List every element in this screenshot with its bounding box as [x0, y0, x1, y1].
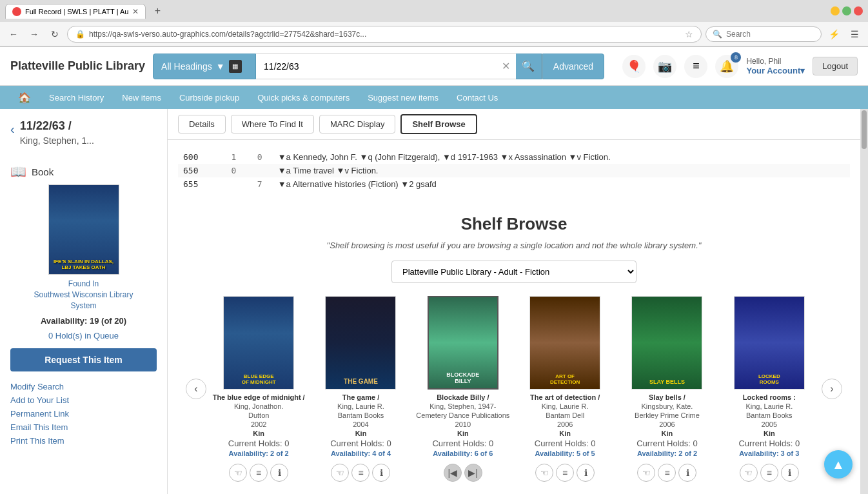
- book-list-btn-2[interactable]: ≡: [351, 464, 370, 482]
- book-touch-btn-2[interactable]: ☜: [331, 464, 349, 482]
- tab-marc[interactable]: MARC Display: [319, 115, 396, 133]
- hot-air-balloon-icon-wrap[interactable]: 🎈: [622, 55, 646, 78]
- close-button[interactable]: [854, 6, 863, 15]
- hot-air-balloon-icon: 🎈: [622, 55, 646, 78]
- search-input[interactable]: [256, 56, 497, 77]
- book-touch-btn-5[interactable]: ☜: [637, 464, 655, 482]
- book-list-btn-4[interactable]: ≡: [556, 464, 574, 482]
- account-link[interactable]: Your Account▾: [746, 66, 805, 75]
- carousel-next-button[interactable]: ›: [822, 379, 842, 399]
- back-button[interactable]: ‹: [10, 122, 15, 137]
- book-cover-3: BLOCKADEBILLY: [428, 296, 498, 390]
- marc-ind1: [221, 177, 246, 191]
- book-type-label: Book: [32, 166, 54, 177]
- menu-button[interactable]: ☰: [846, 26, 863, 43]
- address-bar[interactable]: 🔒 https://qa-swls-verso.auto-graphics.co…: [67, 26, 702, 43]
- browser-search-input[interactable]: [726, 30, 814, 39]
- curbside-nav-item[interactable]: Curbside pickup: [172, 86, 247, 109]
- browser-tab[interactable]: Full Record | SWLS | PLATT | Au ✕: [5, 4, 146, 19]
- book-holds-5: Current Holds: 0: [620, 439, 714, 448]
- marc-tag: 650: [178, 164, 221, 177]
- list-icon-wrap[interactable]: ≡: [684, 55, 707, 78]
- book-touch-btn-4[interactable]: ☜: [535, 464, 553, 482]
- shelf-browse-title: Shelf Browse: [181, 214, 847, 234]
- book-holds-6: Current Holds: 0: [722, 439, 816, 448]
- request-item-button[interactable]: Request This Item: [10, 348, 157, 371]
- window-controls: [831, 6, 863, 15]
- search-history-nav-item[interactable]: Search History: [41, 86, 112, 109]
- book-info-btn-1[interactable]: ℹ: [270, 464, 288, 482]
- book-location-1: Kin: [212, 430, 306, 437]
- new-tab-button[interactable]: +: [150, 3, 165, 19]
- add-to-list-link[interactable]: Add to Your List: [10, 395, 157, 405]
- book-actions-2: ☜ ≡ ℹ: [331, 464, 390, 482]
- search-type-dropdown[interactable]: All Headings ▼ ▦: [153, 54, 256, 79]
- book-list-btn-1[interactable]: ≡: [250, 464, 268, 482]
- new-items-nav-item[interactable]: New items: [114, 86, 169, 109]
- browser-search[interactable]: 🔍: [705, 26, 822, 42]
- book-touch-btn-6[interactable]: ☜: [740, 464, 758, 482]
- book-cover-2: THE GAME: [325, 296, 396, 390]
- email-item-link[interactable]: Email This Item: [10, 422, 157, 432]
- advanced-search-button[interactable]: Advanced: [542, 54, 604, 79]
- scrollbar-thumb[interactable]: [862, 110, 867, 149]
- permanent-link[interactable]: Permanent Link: [10, 409, 157, 419]
- book-next-btn-3[interactable]: ▶|: [464, 464, 482, 482]
- book-publisher-3: Cemetery Dance Publications: [416, 411, 510, 419]
- camera-icon-wrap[interactable]: 📷: [653, 55, 676, 78]
- extensions-button[interactable]: ⚡: [825, 26, 842, 43]
- search-go-button[interactable]: 🔍: [516, 54, 542, 79]
- book-year-1: 2002: [212, 420, 306, 428]
- suggest-nav-item[interactable]: Suggest new items: [360, 86, 446, 109]
- book-publisher-1: Dutton: [212, 411, 306, 419]
- browser-titlebar: Full Record | SWLS | PLATT | Au ✕ +: [0, 0, 868, 22]
- maximize-button[interactable]: [842, 6, 851, 15]
- logout-button[interactable]: Logout: [813, 57, 858, 75]
- tab-where-to-find[interactable]: Where To Find It: [231, 115, 314, 133]
- tab-shelf-browse[interactable]: Shelf Browse: [400, 114, 477, 134]
- book-title-4: The art of detection /: [518, 393, 612, 401]
- print-item-link[interactable]: Print This Item: [10, 436, 157, 446]
- book-actions-6: ☜ ≡ ℹ: [740, 464, 799, 482]
- modify-search-link[interactable]: Modify Search: [10, 382, 157, 391]
- book-prev-btn-3[interactable]: |◀: [444, 464, 462, 482]
- book-info-5: Slay bells / Kingsbury, Kate. Berkley Pr…: [620, 393, 714, 461]
- book-info-btn-2[interactable]: ℹ: [372, 464, 390, 482]
- book-touch-btn-1[interactable]: ☜: [229, 464, 247, 482]
- marc-ind1: 1: [221, 150, 246, 164]
- tab-details[interactable]: Details: [178, 115, 226, 133]
- book-title-6: Locked rooms :: [722, 393, 816, 401]
- notifications-wrap[interactable]: 🔔 8: [715, 55, 738, 78]
- shelf-location-select[interactable]: Platteville Public Library - Adult - Fic…: [391, 261, 636, 283]
- marc-row: 655 7 ▼a Alternative histories (Fiction)…: [178, 177, 850, 191]
- found-in-link[interactable]: Found In Southwest Wisconsin Library Sys…: [10, 279, 157, 311]
- book-info-btn-5[interactable]: ℹ: [678, 464, 696, 482]
- book-publisher-6: Bantam Books: [722, 411, 816, 419]
- contact-nav-item[interactable]: Contact Us: [449, 86, 506, 109]
- app-header: Platteville Public Library All Headings …: [0, 47, 868, 86]
- book-list-btn-6[interactable]: ≡: [760, 464, 778, 482]
- tab-close-icon[interactable]: ✕: [132, 7, 139, 16]
- home-nav-item[interactable]: 🏠: [10, 86, 39, 109]
- quick-picks-nav-item[interactable]: Quick picks & computers: [250, 86, 357, 109]
- carousel-prev-button[interactable]: ‹: [186, 379, 206, 399]
- record-title: 11/22/63 /: [20, 119, 94, 133]
- book-year-3: 2010: [416, 420, 510, 428]
- book-card-3: BLOCKADEBILLY Blockade Billy / King, Ste…: [416, 296, 510, 482]
- camera-icon: 📷: [653, 55, 676, 78]
- forward-button[interactable]: →: [26, 26, 43, 43]
- tab-title: Full Record | SWLS | PLATT | Au: [25, 8, 128, 15]
- library-name: Platteville Public Library: [10, 59, 145, 73]
- refresh-button[interactable]: ↻: [46, 26, 63, 43]
- book-info-btn-6[interactable]: ℹ: [781, 464, 799, 482]
- book-info-btn-4[interactable]: ℹ: [577, 464, 595, 482]
- scroll-to-top-fab[interactable]: ▲: [824, 450, 853, 479]
- back-button[interactable]: ←: [5, 26, 22, 43]
- scrollbar[interactable]: [860, 109, 868, 494]
- minimize-button[interactable]: [831, 6, 840, 15]
- shelf-browse-subtitle: "Shelf browsing is most useful if you ar…: [181, 241, 847, 250]
- holds-link[interactable]: 0 Hold(s) in Queue: [10, 331, 157, 341]
- search-clear-button[interactable]: ✕: [497, 54, 516, 79]
- book-publisher-5: Berkley Prime Crime: [620, 411, 714, 419]
- book-list-btn-5[interactable]: ≡: [658, 464, 676, 482]
